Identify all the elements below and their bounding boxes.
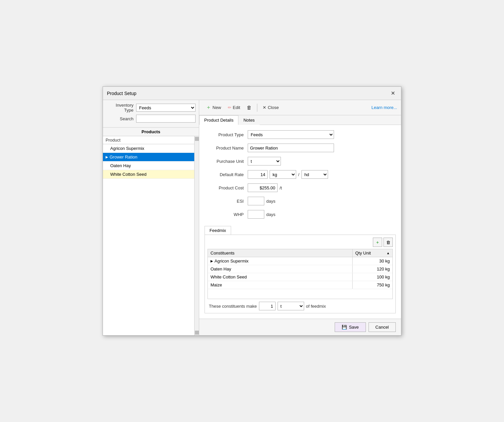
left-header: Inventory Type Feeds Search [103,100,199,128]
whp-input[interactable] [248,210,264,219]
list-item-label: White Cotton Seed [110,172,146,177]
add-icon: + [376,240,379,245]
right-panel: ＋ New ✏ Edit 🗑 ✕ Close Learn more... [199,100,401,335]
cancel-label: Cancel [376,325,389,330]
search-label: Search [106,116,136,121]
learn-more-link[interactable]: Learn more... [372,105,397,110]
purchase-unit-control: t [248,157,396,165]
feedmix-delete-button[interactable]: 🗑 [383,238,393,247]
save-label: Save [349,325,359,330]
tab-content-product-details: Product Type Feeds Product Name [199,125,401,319]
whp-unit: days [266,212,275,217]
product-list-item[interactable]: ▶Grower Ration [103,153,194,161]
save-button[interactable]: 💾 Save [335,322,366,332]
esi-unit: days [266,199,275,204]
list-scrollbar[interactable] [194,136,199,335]
qty-cell: 750 kg [353,281,392,289]
close-button[interactable]: ✕ Close [260,104,281,111]
whp-label: WHP [205,212,248,217]
toolbar: ＋ New ✏ Edit 🗑 ✕ Close Learn more... [199,100,401,115]
feedmix-rows: ▶Agricon Supermix30 kgOaten Hay120 kgWhi… [208,257,392,299]
cost-unit: /t [280,185,282,190]
new-label: New [212,105,221,110]
product-name-control [248,144,396,152]
constituent-cell: White Cotton Seed [208,273,353,281]
feedmix-table-row[interactable]: Maize750 kg [208,281,392,289]
dialog-title: Product Setup [107,91,136,96]
edit-label: Edit [233,105,240,110]
table-header: Constituents Qty Unit ▲ [208,249,392,257]
product-setup-dialog: Product Setup ✕ Inventory Type Feeds Sea… [103,86,401,336]
makes-label: These constituents make [209,304,257,309]
product-name-input[interactable] [248,144,334,152]
product-list-item[interactable]: White Cotton Seed [103,170,194,179]
product-type-select[interactable]: Feeds [248,130,334,139]
inventory-type-label: Inventory Type [106,103,136,113]
feedmix-table-row[interactable]: ▶Agricon Supermix30 kg [208,257,392,265]
purchase-unit-label: Purchase Unit [205,159,248,164]
dialog-body: Inventory Type Feeds Search Products [103,100,401,335]
dialog-footer: 💾 Save Cancel [199,319,401,335]
close-label: Close [268,105,279,110]
constituent-cell: Maize [208,281,353,289]
product-list-items: Agricon Supermix▶Grower RationOaten HayW… [103,144,194,179]
esi-row: ESI days [205,197,396,205]
makes-value-input[interactable] [259,302,276,310]
search-control [136,115,196,123]
feedmix-body: + 🗑 Constituents Qty Unit ▲ [205,235,396,313]
purchase-unit-select[interactable]: t [248,157,281,165]
esi-input[interactable] [248,197,264,205]
main-tabs: Product Details Notes [199,115,401,125]
makes-unit-select[interactable]: t [278,302,304,310]
title-bar: Product Setup ✕ [103,87,401,100]
feedmix-trash-icon: 🗑 [386,240,390,245]
left-panel: Inventory Type Feeds Search Products [103,100,199,335]
tab-product-details[interactable]: Product Details [199,115,238,125]
constituent-cell: ▶Agricon Supermix [208,257,353,265]
feedmix-table-row[interactable]: Oaten Hay120 kg [208,265,392,273]
product-cost-input[interactable] [248,183,278,192]
feedmix-table-row[interactable]: White Cotton Seed100 kg [208,273,392,281]
search-row: Search [106,115,196,123]
qty-cell: 100 kg [353,273,392,281]
esi-control: days [248,197,396,205]
default-rate-label: Default Rate [205,172,248,177]
makes-row: These constituents make t of feedmix [208,299,393,310]
delete-button[interactable]: 🗑 [244,103,254,112]
new-button[interactable]: ＋ New [203,103,224,112]
product-list-item[interactable]: Oaten Hay [103,161,194,170]
search-input[interactable] [136,115,196,123]
cancel-button[interactable]: Cancel [369,322,396,332]
feedmix-section: Feedmix + 🗑 Con [205,226,396,313]
product-cost-label: Product Cost [205,185,248,190]
toolbar-separator [257,104,257,112]
product-name-label: Product Name [205,146,248,151]
product-type-control: Feeds [248,130,396,139]
qty-cell: 120 kg [353,265,392,273]
product-cost-control: /t [248,183,396,192]
default-rate-row: Default Rate kg / hd [205,170,396,179]
qty-cell: 30 kg [353,257,392,265]
product-type-row: Product Type Feeds [205,130,396,139]
inventory-type-select[interactable]: Feeds [136,104,196,112]
products-header: Products [103,128,199,136]
default-rate-per-select[interactable]: hd [301,170,328,179]
feedmix-add-button[interactable]: + [373,238,382,247]
list-item-label: Oaten Hay [110,163,131,168]
tab-notes[interactable]: Notes [238,115,260,125]
product-cost-row: Product Cost /t [205,183,396,192]
products-list-container: Product Agricon Supermix▶Grower RationOa… [103,136,199,335]
title-close-button[interactable]: ✕ [389,89,397,97]
scroll-up-icon: ▲ [386,251,390,255]
pencil-icon: ✏ [228,105,231,110]
default-rate-unit-select[interactable]: kg [270,170,296,179]
feedmix-toolbar: + 🗑 [208,238,393,247]
list-item-label: Agricon Supermix [110,146,144,151]
edit-button[interactable]: ✏ Edit [225,104,243,111]
feedmix-tab[interactable]: Feedmix [205,226,231,235]
default-rate-input[interactable] [248,170,268,179]
makes-suffix: of feedmix [306,304,326,309]
product-name-row: Product Name [205,144,396,152]
rate-slash: / [298,172,299,177]
product-list-item[interactable]: Agricon Supermix [103,144,194,153]
